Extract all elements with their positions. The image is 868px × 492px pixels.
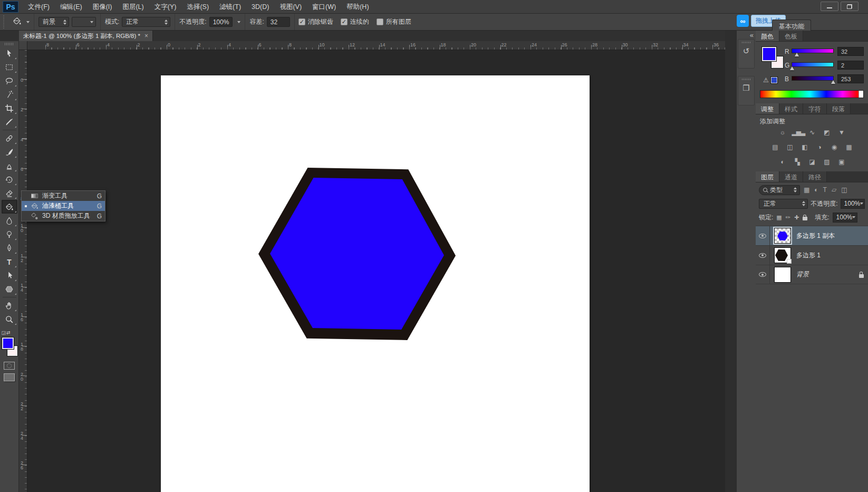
filter-adjustment-layers-icon[interactable]: ◐ <box>814 186 818 194</box>
tool-brush[interactable] <box>2 145 17 159</box>
menu-文件[interactable]: 文件(F) <box>23 0 55 14</box>
menu-编辑[interactable]: 编辑(E) <box>55 0 88 14</box>
layer-fill-input[interactable]: 100% <box>833 213 858 223</box>
layer-thumbnail[interactable] <box>774 267 791 283</box>
options-drag-handle[interactable] <box>2 15 6 29</box>
warning-icon[interactable]: ⚠ <box>763 76 769 84</box>
properties-panel-button[interactable]: ❒ <box>738 76 755 105</box>
pattern-swatch[interactable] <box>72 17 96 27</box>
layer-row-多边形 1[interactable]: 多边形 1 <box>756 245 868 265</box>
tool-clone-stamp[interactable] <box>2 159 17 172</box>
channel-value-G[interactable]: 2 <box>837 61 864 70</box>
tool-lasso[interactable] <box>2 74 17 88</box>
tool-preset-picker[interactable] <box>8 14 34 30</box>
tool-dodge[interactable] <box>2 227 17 241</box>
mode-select[interactable]: 正常 <box>122 17 170 27</box>
filter-type-layers-icon[interactable]: T <box>823 186 827 194</box>
menu-滤镜[interactable]: 滤镜(T) <box>214 0 246 14</box>
tolerance-input[interactable]: 32 <box>267 17 290 27</box>
tool-crop[interactable] <box>2 101 17 115</box>
lock-all-icon[interactable] <box>803 217 807 220</box>
layers-tab-图层[interactable]: 图层 <box>756 171 779 182</box>
adjust-tab-样式[interactable]: 样式 <box>779 103 803 114</box>
layer-visibility-toggle[interactable] <box>756 226 770 245</box>
tool-hand[interactable] <box>2 298 17 312</box>
tool-eraser[interactable] <box>2 186 17 200</box>
menu-视图[interactable]: 视图(V) <box>274 0 307 14</box>
checkbox-连续的[interactable]: ✓连续的 <box>337 17 373 26</box>
screen-mode-button[interactable] <box>4 373 15 381</box>
lock-image-pixels-icon[interactable]: ✏ <box>786 214 790 221</box>
fill-source-select[interactable]: 前景 <box>38 17 69 27</box>
creative-cloud-icon[interactable]: ∞ <box>737 15 749 27</box>
foreground-color-swatch[interactable] <box>762 47 776 61</box>
channel-slider-B[interactable] <box>792 76 834 81</box>
tool-magic-wand[interactable] <box>2 88 17 101</box>
menu-窗口[interactable]: 窗口(W) <box>307 0 341 14</box>
menu-帮助[interactable]: 帮助(H) <box>341 0 374 14</box>
layer-thumbnail[interactable] <box>774 228 791 244</box>
filter-shape-layers-icon[interactable]: ▱ <box>832 186 836 194</box>
expand-panels-icon[interactable]: « <box>750 31 754 39</box>
blend-mode-select[interactable]: 正常 <box>759 199 808 209</box>
levels-icon[interactable]: ▂▅▃ <box>792 128 803 137</box>
layer-name[interactable]: 背景 <box>796 270 809 279</box>
exposure-icon[interactable]: ◩ <box>822 128 832 137</box>
layers-tab-通道[interactable]: 通道 <box>779 171 803 182</box>
layer-row-背景[interactable]: 背景 <box>756 265 868 284</box>
checkbox-所有图层[interactable]: 所有图层 <box>373 17 415 26</box>
photo-filter-icon[interactable]: ◑ <box>814 143 825 152</box>
unchecked-checkbox-icon[interactable] <box>377 18 383 25</box>
threshold-icon[interactable]: ◪ <box>807 158 817 167</box>
invert-icon[interactable]: ◐ <box>777 158 788 167</box>
tool-type[interactable]: T <box>2 255 17 268</box>
canvas[interactable] <box>161 75 590 492</box>
horizontal-ruler[interactable]: 8642024681012141618202224262830323436 <box>19 41 725 50</box>
layers-tab-路径[interactable]: 路径 <box>803 171 827 182</box>
toolbar-drag-handle[interactable] <box>5 43 14 45</box>
layer-visibility-toggle[interactable] <box>756 265 770 284</box>
tool-blur[interactable] <box>2 214 17 227</box>
channel-value-B[interactable]: 253 <box>837 74 864 83</box>
brightness-contrast-icon[interactable]: ☼ <box>777 128 788 137</box>
tool-polygon-shape[interactable] <box>2 282 17 296</box>
swap-colors-icon[interactable]: ◲⇄ <box>2 330 11 335</box>
layer-row-多边形 1 副本[interactable]: 多边形 1 副本 <box>756 226 868 245</box>
black-white-icon[interactable]: ◧ <box>799 143 810 152</box>
opacity-input[interactable]: 100% <box>209 17 233 27</box>
adjust-tab-段落[interactable]: 段落 <box>827 103 851 114</box>
tool-spot-healing-brush[interactable] <box>2 131 17 145</box>
slider-thumb-icon[interactable] <box>795 53 799 56</box>
history-panel-button[interactable]: ↺ <box>738 39 755 69</box>
minimize-button[interactable] <box>821 2 838 11</box>
menu-文字[interactable]: 文字(Y) <box>149 0 182 14</box>
document-tab[interactable]: 未标题-1 @ 100% (多边形 1 副本, RGB/8) * × <box>19 31 153 41</box>
layer-thumbnail[interactable] <box>774 247 791 263</box>
menu-图层[interactable]: 图层(L) <box>117 0 149 14</box>
layer-name[interactable]: 多边形 1 副本 <box>796 231 835 240</box>
vibrance-icon[interactable]: ▼ <box>836 128 847 137</box>
checkbox-消除锯齿[interactable]: ✓消除锯齿 <box>295 17 337 26</box>
menu-图像[interactable]: 图像(I) <box>88 0 118 14</box>
layer-filter-type-select[interactable]: 类型 <box>759 185 800 195</box>
gradient-map-icon[interactable]: ▨ <box>822 158 832 167</box>
color-tab-颜色[interactable]: 颜色 <box>756 31 779 41</box>
adjust-tab-字符[interactable]: 字符 <box>803 103 827 114</box>
checked-checkbox-icon[interactable]: ✓ <box>341 18 348 25</box>
tool-zoom[interactable] <box>2 312 17 326</box>
hue-saturation-icon[interactable]: ▤ <box>770 143 780 152</box>
tool-rectangular-marquee[interactable] <box>2 60 17 74</box>
checked-checkbox-icon[interactable]: ✓ <box>298 18 305 25</box>
layer-opacity-input[interactable]: 100% <box>841 199 865 209</box>
workspace-switcher[interactable]: 基本功能 <box>772 20 811 32</box>
close-tab-icon[interactable]: × <box>144 32 148 40</box>
slider-thumb-icon[interactable] <box>831 80 835 84</box>
tool-pen[interactable] <box>2 241 17 255</box>
menu-选择[interactable]: 选择(S) <box>181 0 214 14</box>
layer-name[interactable]: 多边形 1 <box>796 251 821 260</box>
tool-move[interactable] <box>2 46 17 60</box>
tool-paint-bucket[interactable] <box>2 200 17 214</box>
selective-color-icon[interactable]: ▣ <box>836 158 847 167</box>
restore-button[interactable] <box>841 2 859 11</box>
foreground-color-swatch[interactable] <box>2 337 14 349</box>
